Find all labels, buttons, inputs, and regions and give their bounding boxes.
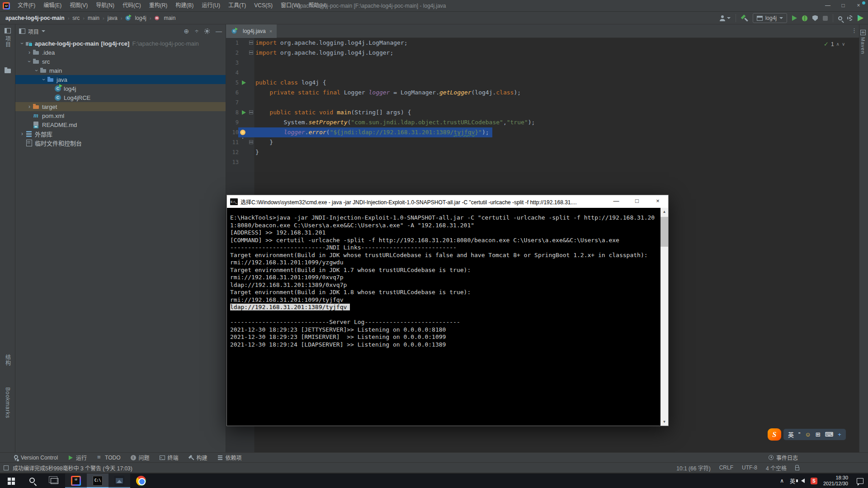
menu-item[interactable]: 重构(R)	[145, 0, 172, 11]
sogou-tray-icon[interactable]: S	[811, 478, 817, 484]
ime-tool-icon[interactable]: ”	[798, 431, 800, 438]
coverage-button[interactable]	[812, 15, 818, 21]
tree-item[interactable]: Log4jRCE	[15, 93, 226, 102]
fold-marker-icon[interactable]	[249, 110, 253, 114]
tool-tab-bookmarks[interactable]: Bookmarks	[0, 387, 15, 418]
scroll-up-icon[interactable]: ▲	[660, 208, 668, 216]
tool-tab-structure[interactable]: 结构	[0, 354, 15, 366]
tool-window-button[interactable]: TODO	[97, 455, 120, 461]
taskbar-chrome-button[interactable]	[130, 474, 152, 488]
taskbar-search-button[interactable]	[22, 474, 43, 488]
tool-tab-commit[interactable]	[0, 69, 15, 73]
run-gutter-icon[interactable]	[242, 80, 246, 85]
menu-item[interactable]: 导航(N)	[92, 0, 118, 11]
breadcrumb-item[interactable]: main	[87, 15, 100, 21]
cmd-console[interactable]: E:\HackTools>java -jar JNDI-Injection-Ex…	[227, 208, 668, 426]
close-icon[interactable]: ×	[269, 28, 272, 34]
tool-window-button[interactable]: 依赖项	[217, 454, 242, 461]
tab-options-icon[interactable]: ⋮	[851, 27, 857, 34]
minimize-button[interactable]: —	[820, 0, 835, 11]
search-everywhere-button[interactable]	[838, 16, 842, 20]
tool-window-button[interactable]: Version Control	[13, 455, 58, 461]
scrollbar-thumb[interactable]	[660, 217, 668, 247]
tree-item[interactable]: ›target	[15, 102, 226, 111]
menu-item[interactable]: 文件(F)	[14, 0, 39, 11]
tool-tab-project[interactable]: 项目	[0, 28, 15, 47]
menu-item[interactable]: VCS(S)	[250, 0, 277, 11]
sogou-logo-icon[interactable]: S	[768, 428, 781, 441]
panel-settings-button[interactable]	[204, 28, 210, 34]
run-configuration-select[interactable]: log4j	[753, 13, 787, 23]
taskbar-photos-button[interactable]	[108, 474, 130, 488]
tree-item[interactable]: ›src	[15, 57, 226, 66]
cmd-title-bar[interactable]: C:\_ 选择C:\Windows\system32\cmd.exe - jav…	[227, 195, 668, 208]
indent-widget[interactable]: 4 个空格	[766, 464, 787, 472]
prev-warning-icon[interactable]: ∧	[836, 42, 840, 47]
menu-item[interactable]: 运行(U)	[198, 0, 224, 11]
task-view-button[interactable]	[43, 474, 65, 488]
run-gutter-icon[interactable]	[242, 110, 246, 115]
learn-ide-button[interactable]	[858, 15, 863, 21]
hide-panel-button[interactable]: —	[216, 28, 222, 35]
next-warning-icon[interactable]: ∨	[842, 42, 845, 47]
cmd-scrollbar[interactable]: ▲ ▼	[660, 208, 668, 426]
intention-bulb-icon[interactable]	[240, 130, 245, 135]
tree-item[interactable]: ›外部库	[15, 129, 226, 138]
tool-window-switcher-icon[interactable]	[4, 465, 9, 470]
tree-item[interactable]: ›apache-log4j-poc-main[log4j-rce]F:\apac…	[15, 39, 226, 48]
settings-button[interactable]	[847, 15, 853, 21]
tool-window-button[interactable]: 问题	[131, 454, 150, 461]
breadcrumb-item[interactable]: log4j	[134, 15, 147, 21]
fold-marker-icon[interactable]	[249, 140, 253, 144]
tool-window-button[interactable]: 构建	[189, 454, 208, 461]
taskbar-cmd-button[interactable]: C:\	[87, 474, 108, 488]
profile-button[interactable]	[720, 15, 731, 21]
tool-window-button[interactable]: 运行	[68, 454, 87, 461]
stop-button[interactable]	[823, 16, 828, 21]
cmd-close-button[interactable]: ×	[647, 195, 668, 208]
ime-tool-icon[interactable]: ☺	[805, 431, 811, 438]
event-log-button[interactable]: 事件日志	[769, 452, 798, 462]
breadcrumb-item[interactable]: java	[107, 15, 118, 21]
action-center-icon[interactable]	[857, 478, 863, 484]
ime-tool-icon[interactable]: +	[838, 431, 841, 438]
locate-file-button[interactable]: ⊕	[184, 28, 189, 35]
fold-marker-icon[interactable]	[249, 51, 253, 55]
menu-item[interactable]: 工具(T)	[224, 0, 250, 11]
breadcrumb-item[interactable]: apache-log4j-poc-main	[5, 15, 66, 21]
tree-item[interactable]: pom.xml	[15, 111, 226, 120]
tool-tab-maven[interactable]: m Maven	[860, 30, 866, 54]
tray-expand-icon[interactable]: ∧	[780, 478, 784, 484]
fold-marker-icon[interactable]	[249, 41, 253, 45]
tool-window-button[interactable]: 终端	[160, 454, 179, 461]
menu-item[interactable]: 代码(C)	[118, 0, 145, 11]
ime-tool-icon[interactable]: ⌨	[825, 431, 834, 438]
tree-item[interactable]: ›main	[15, 66, 226, 75]
cmd-window[interactable]: C:\_ 选择C:\Windows\system32\cmd.exe - jav…	[226, 195, 669, 426]
inspections-widget[interactable]: ✓ 1 ∧ ∨	[824, 41, 845, 47]
build-button[interactable]	[741, 15, 748, 22]
tree-item[interactable]: log4j	[15, 84, 226, 93]
clock-widget[interactable]: 18:30 2021/12/30	[823, 475, 848, 487]
encoding-widget[interactable]: UTF-8	[742, 465, 757, 471]
menu-item[interactable]: 构建(B)	[171, 0, 198, 11]
ime-tool-icon[interactable]: 英	[788, 430, 794, 439]
tray-ime-indicator[interactable]: 英	[790, 477, 795, 485]
tree-item[interactable]: ›.idea	[15, 48, 226, 57]
tab-log4j-java[interactable]: log4j.java ×	[226, 24, 277, 38]
run-button[interactable]	[792, 15, 797, 21]
line-ending-widget[interactable]: CRLF	[719, 465, 733, 471]
maximize-button[interactable]: □	[835, 0, 851, 11]
scroll-down-icon[interactable]: ▼	[660, 418, 668, 426]
breadcrumb-item[interactable]: src	[71, 15, 80, 21]
tree-item[interactable]: ›java	[15, 75, 226, 84]
tree-item[interactable]: README.md	[15, 120, 226, 129]
collapse-all-button[interactable]: ÷	[195, 28, 198, 35]
breadcrumb-item[interactable]: main	[163, 15, 176, 21]
tree-item[interactable]: 临时文件和控制台	[15, 138, 226, 147]
cmd-maximize-button[interactable]: □	[627, 195, 647, 208]
readonly-lock-icon[interactable]	[795, 467, 799, 470]
menu-item[interactable]: 编辑(E)	[39, 0, 66, 11]
cmd-minimize-button[interactable]: —	[606, 195, 627, 208]
debug-button[interactable]	[802, 15, 807, 21]
